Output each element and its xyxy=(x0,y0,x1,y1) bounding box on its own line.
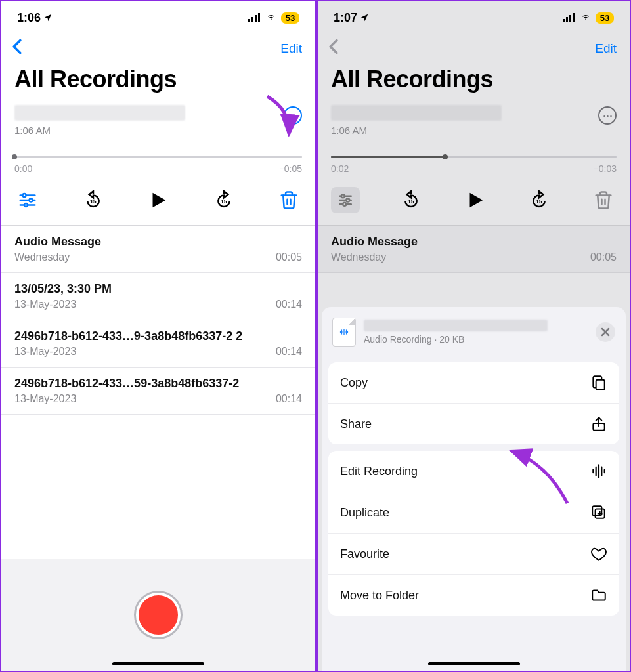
current-recording: 1:06 AM 0:02 −0:03 15 xyxy=(318,97,630,226)
svg-rect-2 xyxy=(255,15,257,22)
status-time: 1:07 xyxy=(334,11,357,25)
svg-rect-0 xyxy=(248,19,250,22)
menu-copy[interactable]: Copy xyxy=(328,362,619,404)
recordings-list: Audio Message Wednesday00:05 xyxy=(318,226,630,273)
cellular-icon xyxy=(248,13,261,22)
skip-forward-15-button[interactable]: 15 xyxy=(211,187,237,213)
home-indicator xyxy=(428,662,520,665)
list-item[interactable]: 2496b718-b612-433…59-3a8b48fb6337-2 13-M… xyxy=(1,368,315,415)
nav-bar: Edit xyxy=(318,30,630,63)
menu-duplicate[interactable]: Duplicate xyxy=(328,492,619,534)
play-button[interactable] xyxy=(145,187,171,213)
svg-marker-12 xyxy=(153,193,166,208)
options-sliders-button[interactable] xyxy=(331,187,360,213)
battery-badge: 53 xyxy=(596,12,614,24)
playback-controls: 15 15 xyxy=(14,174,302,225)
record-footer xyxy=(1,559,315,671)
list-item[interactable]: 13/05/23, 3:30 PM 13-May-202300:14 xyxy=(1,273,315,320)
menu-edit-recording[interactable]: Edit Recording xyxy=(328,451,619,492)
edit-button[interactable]: Edit xyxy=(280,41,302,56)
delete-button[interactable] xyxy=(590,187,617,213)
status-time: 1:06 xyxy=(17,11,41,25)
sheet-title-redacted xyxy=(364,320,548,331)
sheet-header: Audio Recording · 20 KB xyxy=(322,315,626,356)
duplicate-icon xyxy=(590,504,607,521)
sheet-meta: Audio Recording · 20 KB xyxy=(364,334,588,345)
svg-rect-3 xyxy=(258,13,260,22)
svg-point-6 xyxy=(23,194,26,197)
svg-rect-15 xyxy=(563,19,565,22)
nav-bar: Edit xyxy=(1,30,315,63)
menu-share[interactable]: Share xyxy=(328,404,619,444)
more-options-button[interactable] xyxy=(284,106,302,125)
svg-rect-1 xyxy=(251,17,253,22)
menu-move-folder[interactable]: Move to Folder xyxy=(328,575,619,616)
back-button[interactable] xyxy=(328,38,339,59)
more-options-button[interactable] xyxy=(598,106,617,125)
location-icon xyxy=(43,13,53,22)
home-indicator xyxy=(112,662,204,665)
battery-badge: 53 xyxy=(281,12,299,24)
svg-point-19 xyxy=(585,20,586,20)
location-icon xyxy=(360,13,369,22)
share-icon xyxy=(590,415,607,432)
playback-controls: 15 15 xyxy=(331,174,617,225)
recording-name-redacted xyxy=(331,105,502,121)
svg-rect-18 xyxy=(573,13,575,22)
playback-slider[interactable]: 0:00 −0:05 xyxy=(14,156,302,174)
time-elapsed: 0:00 xyxy=(14,163,32,174)
recordings-list: Audio Message Wednesday00:05 13/05/23, 3… xyxy=(1,226,315,415)
record-button[interactable] xyxy=(136,593,181,637)
list-item[interactable]: Audio Message Wednesday00:05 xyxy=(1,226,315,273)
list-item[interactable]: 2496b718-b612-433…9-3a8b48fb6337-2 2 13-… xyxy=(1,320,315,368)
delete-button[interactable] xyxy=(276,187,302,213)
svg-rect-40 xyxy=(596,380,605,390)
page-title: All Recordings xyxy=(1,63,315,97)
time-remaining: −0:03 xyxy=(594,163,617,174)
status-bar: 1:07 53 xyxy=(318,1,630,30)
skip-forward-15-button[interactable]: 15 xyxy=(526,187,552,213)
time-elapsed: 0:02 xyxy=(331,163,349,174)
svg-text:15: 15 xyxy=(221,198,227,205)
menu-group: Edit Recording Duplicate Favourite Move … xyxy=(328,451,619,616)
cellular-icon xyxy=(563,13,576,22)
svg-rect-16 xyxy=(566,17,568,22)
status-bar: 1:06 53 xyxy=(1,1,315,30)
svg-point-4 xyxy=(271,20,271,20)
page-title: All Recordings xyxy=(318,63,630,97)
time-remaining: −0:05 xyxy=(279,163,302,174)
svg-rect-17 xyxy=(569,15,571,22)
close-sheet-button[interactable] xyxy=(596,322,615,342)
skip-back-15-button[interactable]: 15 xyxy=(398,187,424,213)
menu-group: Copy Share xyxy=(328,362,619,444)
recording-name-redacted xyxy=(14,105,185,121)
svg-point-23 xyxy=(346,199,349,202)
back-button[interactable] xyxy=(12,38,22,59)
current-recording: 1:06 AM 0:00 −0:05 15 xyxy=(1,97,315,226)
svg-text:15: 15 xyxy=(408,198,414,205)
recording-subtitle: 1:06 AM xyxy=(14,125,185,136)
wifi-icon xyxy=(265,13,277,22)
svg-marker-27 xyxy=(469,193,483,208)
list-item[interactable]: Audio Message Wednesday00:05 xyxy=(318,226,630,273)
wifi-icon xyxy=(580,13,592,22)
play-button[interactable] xyxy=(462,187,489,213)
svg-point-21 xyxy=(341,194,345,198)
action-sheet: Audio Recording · 20 KB Copy Share xyxy=(322,307,626,671)
waveform-icon xyxy=(590,463,607,480)
heart-icon xyxy=(590,545,607,562)
svg-text:15: 15 xyxy=(536,198,542,205)
skip-back-15-button[interactable]: 15 xyxy=(80,187,106,213)
options-sliders-button[interactable] xyxy=(14,187,41,213)
recording-subtitle: 1:06 AM xyxy=(331,125,502,136)
playback-slider[interactable]: 0:02 −0:03 xyxy=(331,156,617,174)
menu-favourite[interactable]: Favourite xyxy=(328,534,619,575)
file-icon xyxy=(332,318,356,346)
svg-point-8 xyxy=(30,199,33,202)
svg-point-25 xyxy=(343,203,346,206)
edit-button[interactable]: Edit xyxy=(595,41,617,56)
folder-icon xyxy=(590,587,607,604)
svg-point-10 xyxy=(24,203,28,207)
copy-icon xyxy=(590,374,607,391)
svg-text:15: 15 xyxy=(90,198,97,205)
